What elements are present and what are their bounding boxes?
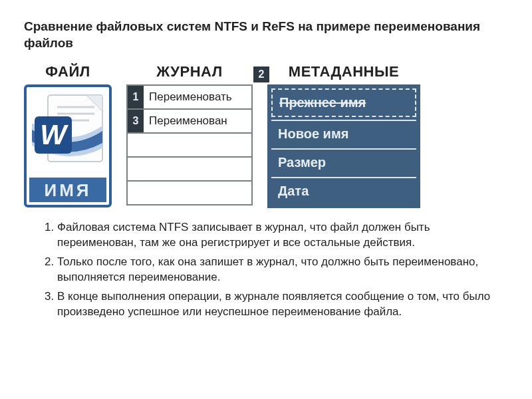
metadata-size: Размер <box>271 148 416 176</box>
metadata-stack: Прежнее имя Новое имя Размер Дата <box>267 84 420 208</box>
list-item: Только после того, как она запишет в жур… <box>57 255 508 285</box>
journal-row-label: Переименован <box>144 114 227 128</box>
metadata-column-heading: МЕТАДАННЫЕ <box>267 63 420 80</box>
journal-row-empty <box>128 180 251 204</box>
journal-stack: 1 Переименовать 3 Переименован <box>126 84 253 205</box>
file-name-label: ИМЯ <box>29 178 106 202</box>
step-badge: 3 <box>128 110 144 132</box>
metadata-new-name: Новое имя <box>271 120 416 147</box>
journal-row-label: Переименовать <box>144 90 232 104</box>
word-file-icon: W <box>29 90 106 175</box>
metadata-old-name: Прежнее имя <box>271 88 416 117</box>
metadata-column: МЕТАДАННЫЕ Прежнее имя Новое имя Размер … <box>267 63 420 208</box>
file-column-heading: ФАЙЛ <box>24 63 112 80</box>
diagram: ФАЙЛ W <box>24 63 508 208</box>
list-item: Файловая система NTFS записывает в журна… <box>57 220 508 251</box>
page-title: Сравнение файловых систем NTFS и ReFS на… <box>24 19 508 51</box>
journal-row-empty <box>128 132 251 156</box>
file-frame: W ИМЯ <box>24 84 112 207</box>
explanation-list: Файловая система NTFS записывает в журна… <box>39 220 508 320</box>
step-badge-connector: 2 <box>253 66 269 82</box>
journal-row: 1 Переименовать <box>128 84 251 108</box>
svg-text:W: W <box>40 119 68 150</box>
journal-row: 3 Переименован <box>128 108 251 132</box>
metadata-date: Дата <box>271 177 416 204</box>
file-column: ФАЙЛ W <box>24 63 112 207</box>
journal-column: ЖУРНАЛ 1 Переименовать 3 Переименован 2 <box>126 63 253 205</box>
journal-row-empty <box>128 156 251 180</box>
step-badge: 1 <box>128 86 144 108</box>
journal-column-heading: ЖУРНАЛ <box>126 63 253 80</box>
list-item: В конце выполнения операции, в журнале п… <box>57 289 508 320</box>
